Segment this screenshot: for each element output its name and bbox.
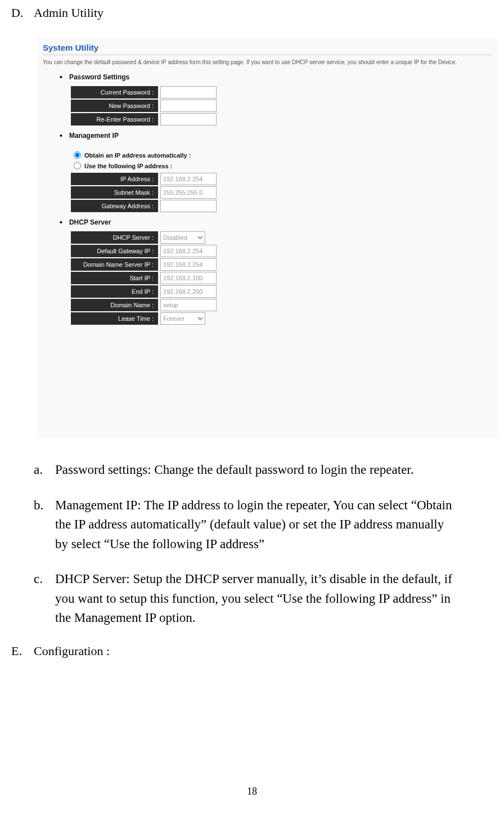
default-gateway-ip-label: Default Gateway IP : (71, 245, 158, 257)
reenter-password-label: Re-Enter Password : (71, 113, 158, 126)
dns-ip-label: Domain Name Server IP : (71, 258, 158, 271)
end-ip-label: End IP : (71, 285, 158, 298)
start-ip-input[interactable] (160, 272, 217, 284)
radio-manual[interactable] (74, 162, 81, 169)
new-password-label: New Password : (71, 100, 158, 112)
section-e-heading: E. Configuration : (11, 644, 493, 658)
system-utility-description: You can change the default password & de… (43, 59, 492, 66)
note-b-letter: b. (34, 496, 55, 554)
domain-name-input[interactable] (160, 299, 217, 311)
note-c-text: DHCP Server: Setup the DHCP server manua… (55, 570, 493, 628)
end-ip-input[interactable] (160, 285, 217, 298)
dhcp-server-select[interactable]: Disabled (160, 231, 205, 244)
section-d-heading: D. Admin Utility (11, 6, 493, 20)
note-b: b. Management IP: The IP address to logi… (34, 496, 493, 554)
password-settings-heading: Password Settings (60, 73, 492, 82)
lease-time-select[interactable]: Forever (160, 312, 205, 325)
default-gateway-ip-input[interactable] (160, 245, 217, 257)
gateway-address-input[interactable] (160, 200, 217, 212)
reenter-password-input[interactable] (160, 113, 217, 126)
domain-name-label: Domain Name : (71, 299, 158, 311)
ip-address-input[interactable] (160, 173, 217, 185)
gateway-address-label: Gateway Address : (71, 200, 158, 212)
reenter-password-row: Re-Enter Password : (71, 113, 492, 126)
dns-ip-input[interactable] (160, 258, 217, 271)
radio-manual-label: Use the following IP address : (84, 163, 172, 169)
dhcp-server-label: DHCP Server : (71, 231, 158, 244)
start-ip-label: Start IP : (71, 272, 158, 284)
current-password-input[interactable] (160, 86, 217, 98)
system-utility-screenshot: System Utility You can change the defaul… (37, 37, 497, 438)
subnet-mask-label: Subnet Mask : (71, 186, 158, 199)
current-password-row: Current Password : (71, 86, 492, 98)
dhcp-server-heading: DHCP Server (60, 218, 492, 227)
radio-manual-row[interactable]: Use the following IP address : (74, 162, 492, 169)
lease-time-label: Lease Time : (71, 312, 158, 325)
note-c-letter: c. (34, 570, 55, 628)
page-number: 18 (0, 786, 504, 797)
radio-auto-row[interactable]: Obtain an IP address automatically : (74, 151, 492, 159)
notes-list: a. Password settings: Change the default… (34, 460, 493, 628)
note-a-letter: a. (34, 460, 55, 480)
ip-address-label: IP Address : (71, 173, 158, 185)
radio-auto[interactable] (74, 151, 81, 159)
subnet-mask-input[interactable] (160, 186, 217, 199)
radio-auto-label: Obtain an IP address automatically : (84, 152, 191, 159)
section-d-title: Admin Utility (34, 6, 104, 20)
note-a: a. Password settings: Change the default… (34, 460, 493, 480)
section-d-letter: D. (11, 6, 34, 20)
system-utility-title: System Utility (43, 43, 492, 55)
new-password-input[interactable] (160, 100, 217, 112)
note-a-text: Password settings: Change the default pa… (55, 460, 493, 480)
new-password-row: New Password : (71, 100, 492, 112)
note-b-text: Management IP: The IP address to login t… (55, 496, 493, 554)
management-ip-heading: Management IP (60, 131, 492, 140)
current-password-label: Current Password : (71, 86, 158, 98)
section-e-letter: E. (11, 644, 34, 658)
section-e-title: Configuration : (34, 644, 110, 658)
note-c: c. DHCP Server: Setup the DHCP server ma… (34, 570, 493, 628)
